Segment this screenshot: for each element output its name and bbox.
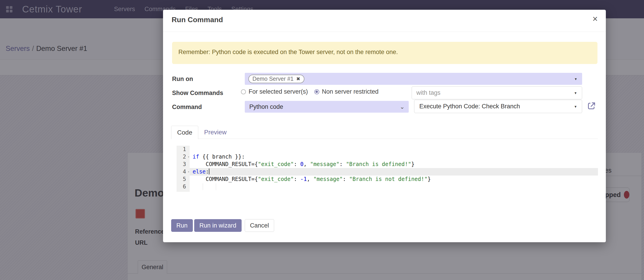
tab-code[interactable]: Code [171, 126, 198, 139]
editor-gutter: 12▾34▾56 [176, 146, 190, 192]
radio-label-selected-servers[interactable]: For selected server(s) [248, 88, 308, 95]
gutter-line-number: 4▾ [176, 168, 190, 176]
tab-preview[interactable]: Preview [204, 129, 227, 136]
command-type-select[interactable]: Python code ⌄ [245, 101, 409, 113]
code-editor[interactable]: 12▾34▾56 if {{ branch }}: COMMAND_RESULT… [176, 146, 598, 192]
text-cursor [209, 169, 209, 174]
close-icon[interactable]: × [592, 14, 598, 24]
fold-arrow-icon[interactable]: ▾ [188, 168, 190, 176]
run-command-modal: Run Command × Remember: Python code is e… [163, 10, 606, 242]
show-commands-radios: For selected server(s) Non server restri… [241, 88, 385, 95]
server-tag[interactable]: Demo Server #1 ✖ [248, 75, 304, 83]
code-line[interactable]: COMMAND_RESULT={"exit_code": -1, "messag… [190, 176, 598, 183]
radio-label-non-server-restricted[interactable]: Non server restricted [322, 88, 379, 95]
chevron-down-icon: ▾ [574, 104, 576, 109]
alert-text: Remember: Python code is executed on the… [178, 49, 398, 56]
with-tags-placeholder: with tags [416, 89, 440, 96]
code-line[interactable] [190, 146, 598, 153]
run-on-label: Run on [172, 76, 193, 83]
tag-remove-icon[interactable]: ✖ [296, 76, 300, 82]
indent-guide [216, 183, 216, 190]
indent-guide [203, 183, 203, 190]
server-tag-label: Demo Server #1 [252, 76, 294, 82]
fold-arrow-icon[interactable]: ▾ [188, 153, 190, 161]
chevron-down-icon: ▾ [574, 90, 576, 95]
show-commands-label: Show Commands [172, 90, 223, 97]
python-warning-alert: Remember: Python code is executed on the… [172, 42, 598, 64]
command-label: Command [172, 104, 202, 111]
radio-non-server-restricted[interactable] [314, 89, 319, 94]
code-line[interactable] [190, 183, 598, 190]
chevron-down-icon: ▾ [575, 76, 577, 81]
modal-title: Run Command [172, 16, 223, 24]
code-line[interactable]: else: [190, 168, 598, 176]
gutter-line-number: 1 [176, 146, 190, 153]
command-value: Execute Python Code: Check Branch [419, 103, 520, 110]
gutter-line-number: 5 [176, 176, 190, 183]
modal-header-divider [163, 32, 606, 32]
code-line[interactable]: COMMAND_RESULT={"exit_code": 0, "message… [190, 161, 598, 168]
code-line[interactable]: if {{ branch }}: [190, 153, 598, 161]
command-type-value: Python code [249, 103, 283, 110]
run-in-wizard-button[interactable]: Run in wizard [194, 219, 242, 232]
command-select[interactable]: Execute Python Code: Check Branch ▾ [414, 100, 582, 113]
radio-for-selected-servers[interactable] [241, 89, 246, 94]
gutter-line-number: 3 [176, 161, 190, 168]
editor-content[interactable]: if {{ branch }}: COMMAND_RESULT={"exit_c… [190, 146, 598, 192]
gutter-line-number: 2▾ [176, 153, 190, 161]
chevron-down-icon: ⌄ [400, 103, 405, 110]
gutter-line-number: 6 [176, 183, 190, 190]
cancel-button[interactable]: Cancel [245, 219, 274, 232]
run-button[interactable]: Run [171, 219, 193, 232]
run-on-select[interactable]: Demo Server #1 ✖ ▾ [245, 73, 582, 85]
external-link-icon[interactable] [587, 101, 596, 110]
with-tags-select[interactable]: with tags ▾ [412, 86, 582, 99]
